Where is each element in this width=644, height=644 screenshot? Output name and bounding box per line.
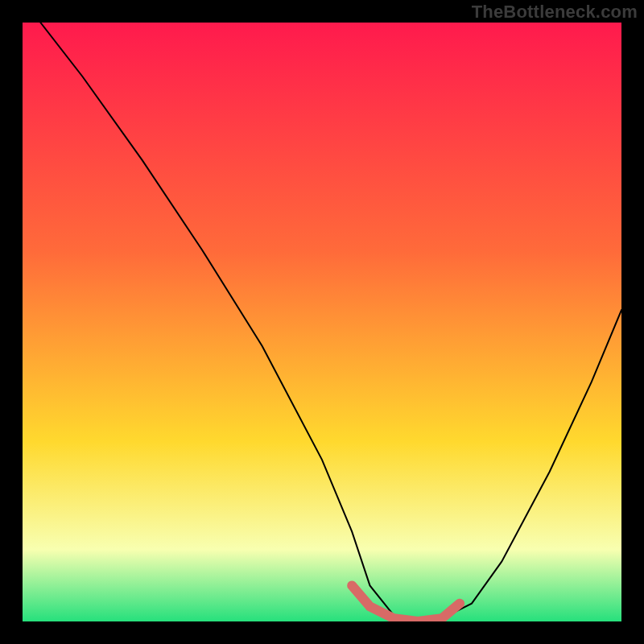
watermark-text: TheBottleneck.com <box>472 2 638 23</box>
bottleneck-curve <box>40 23 621 621</box>
gradient-plot-area <box>23 23 621 621</box>
chart-overlay <box>23 23 621 621</box>
optimal-range-highlight <box>352 585 460 621</box>
outer-frame: TheBottleneck.com <box>0 0 644 644</box>
